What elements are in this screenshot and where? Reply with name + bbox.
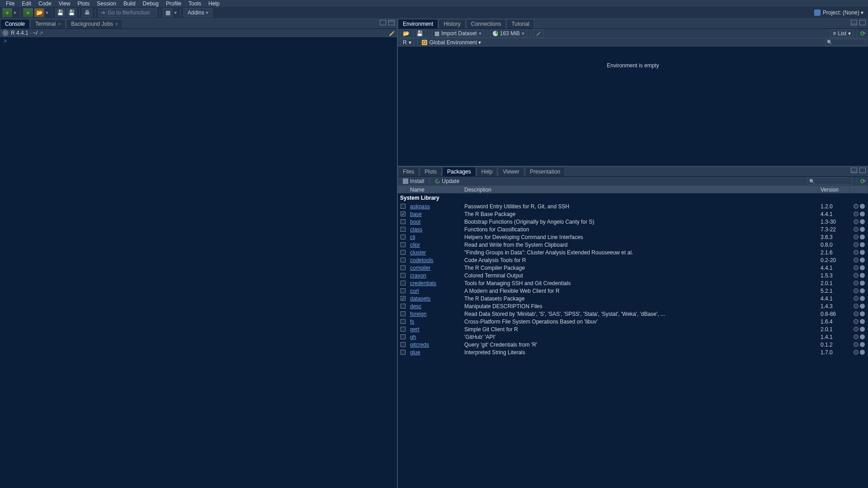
web-icon[interactable] <box>854 334 859 339</box>
remove-icon[interactable] <box>860 342 865 347</box>
project-selector[interactable]: Project: (None) ▾ <box>823 9 863 16</box>
package-name-link[interactable]: datasets <box>408 296 462 302</box>
package-checkbox[interactable] <box>401 304 406 309</box>
package-checkbox[interactable] <box>401 258 406 263</box>
goto-file-input[interactable]: ➔ Go to file/function <box>98 8 157 17</box>
package-search-input[interactable]: 🔍 <box>807 178 853 185</box>
package-name-link[interactable]: clipr <box>408 242 462 248</box>
console-body[interactable]: > <box>0 37 397 488</box>
remove-icon[interactable] <box>860 219 865 224</box>
env-scope-selector[interactable]: Global Environment ▾ <box>429 39 481 46</box>
install-button[interactable]: Install <box>400 177 427 185</box>
minimize-icon[interactable] <box>380 20 386 25</box>
menu-view[interactable]: View <box>55 0 74 7</box>
package-checkbox[interactable] <box>401 265 406 270</box>
tab-packages[interactable]: Packages <box>442 167 476 176</box>
package-checkbox[interactable] <box>401 288 406 293</box>
package-checkbox[interactable] <box>401 296 406 301</box>
packages-list[interactable]: System Library askpassPassword Entry Uti… <box>398 193 868 488</box>
memory-usage-button[interactable]: 163 MiB▾ <box>490 29 527 38</box>
package-checkbox[interactable] <box>401 350 406 355</box>
package-name-link[interactable]: fs <box>408 319 462 325</box>
tab-terminal[interactable]: Terminal× <box>30 19 66 28</box>
package-checkbox[interactable] <box>401 219 406 224</box>
remove-icon[interactable] <box>860 227 865 232</box>
clear-console-icon[interactable] <box>388 30 395 36</box>
package-name-link[interactable]: curl <box>408 288 462 294</box>
list-view-button[interactable]: ≡ List ▾ <box>830 29 854 38</box>
package-name-link[interactable]: foreign <box>408 311 462 317</box>
package-checkbox[interactable] <box>401 250 406 255</box>
web-icon[interactable] <box>854 211 859 216</box>
remove-icon[interactable] <box>860 296 865 301</box>
tab-help[interactable]: Help <box>476 167 498 176</box>
addins-button[interactable]: Addins ▾ <box>184 8 212 17</box>
save-all-button[interactable]: 💾 <box>66 8 76 17</box>
maximize-icon[interactable] <box>859 168 866 173</box>
web-icon[interactable] <box>854 288 859 293</box>
remove-icon[interactable] <box>860 319 865 324</box>
web-icon[interactable] <box>854 273 859 278</box>
menu-profile[interactable]: Profile <box>162 0 185 7</box>
col-header-desc[interactable]: Description <box>462 186 818 193</box>
remove-icon[interactable] <box>860 258 865 263</box>
new-project-button[interactable]: ＋ <box>23 8 33 17</box>
update-button[interactable]: Update <box>433 177 462 185</box>
package-name-link[interactable]: askpass <box>408 203 462 210</box>
package-checkbox[interactable] <box>401 281 406 286</box>
tab-background-jobs[interactable]: Background Jobs× <box>66 19 123 28</box>
menu-help[interactable]: Help <box>205 0 223 7</box>
web-icon[interactable] <box>854 319 859 324</box>
package-checkbox[interactable] <box>401 334 406 339</box>
remove-icon[interactable] <box>860 273 865 278</box>
remove-icon[interactable] <box>860 242 865 247</box>
load-workspace-button[interactable]: 📂 <box>400 29 412 38</box>
package-name-link[interactable]: gitcreds <box>408 342 462 348</box>
package-checkbox[interactable] <box>401 327 406 332</box>
col-header-version[interactable]: Version <box>818 186 850 193</box>
remove-icon[interactable] <box>860 204 865 209</box>
web-icon[interactable] <box>854 265 859 270</box>
package-name-link[interactable]: crayon <box>408 272 462 279</box>
web-icon[interactable] <box>854 327 859 332</box>
menu-build[interactable]: Build <box>120 0 139 7</box>
menu-session[interactable]: Session <box>93 0 120 7</box>
remove-icon[interactable] <box>860 311 865 316</box>
refresh-icon[interactable]: ⟳ <box>860 30 866 37</box>
refresh-packages-icon[interactable]: ⟳ <box>860 178 866 185</box>
menu-edit[interactable]: Edit <box>18 0 35 7</box>
tab-plots[interactable]: Plots <box>420 167 442 176</box>
package-name-link[interactable]: class <box>408 226 462 233</box>
package-checkbox[interactable] <box>401 242 406 247</box>
goto-dir-icon[interactable]: ⇗ <box>39 30 43 36</box>
web-icon[interactable] <box>854 242 859 247</box>
tab-tutorial[interactable]: Tutorial <box>506 19 534 28</box>
web-icon[interactable] <box>854 235 859 239</box>
language-selector[interactable]: R ▾ <box>400 38 414 47</box>
menu-tools[interactable]: Tools <box>185 0 205 7</box>
remove-icon[interactable] <box>860 250 865 255</box>
package-name-link[interactable]: boot <box>408 219 462 225</box>
remove-icon[interactable] <box>860 350 865 355</box>
remove-icon[interactable] <box>860 265 865 270</box>
web-icon[interactable] <box>854 219 859 224</box>
working-dir-label[interactable]: ~/ <box>33 30 38 36</box>
package-checkbox[interactable] <box>401 235 406 239</box>
tab-viewer[interactable]: Viewer <box>498 167 524 176</box>
remove-icon[interactable] <box>860 235 865 239</box>
package-name-link[interactable]: codetools <box>408 257 462 263</box>
web-icon[interactable] <box>854 204 859 209</box>
close-icon[interactable]: × <box>58 22 61 27</box>
menu-file[interactable]: File <box>2 0 18 7</box>
tab-environment[interactable]: Environment <box>398 19 438 28</box>
menu-plots[interactable]: Plots <box>74 0 94 7</box>
maximize-icon[interactable] <box>859 20 866 25</box>
package-name-link[interactable]: desc <box>408 303 462 310</box>
package-name-link[interactable]: gh <box>408 334 462 340</box>
menu-code[interactable]: Code <box>35 0 55 7</box>
maximize-icon[interactable] <box>388 20 395 25</box>
package-checkbox[interactable] <box>401 311 406 316</box>
minimize-icon[interactable] <box>851 20 857 25</box>
remove-icon[interactable] <box>860 288 865 293</box>
package-name-link[interactable]: credentials <box>408 280 462 286</box>
